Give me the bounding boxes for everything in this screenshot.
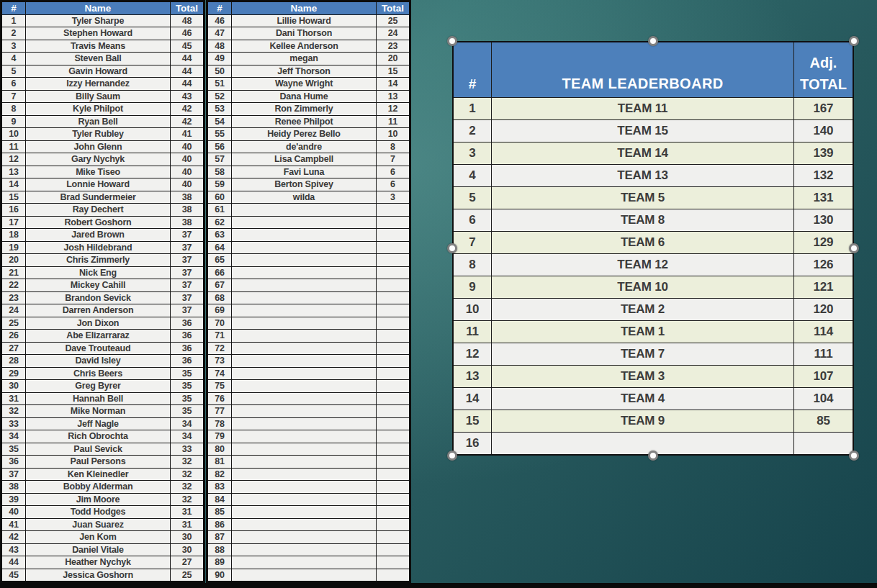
cell-name[interactable]: Stephen Howard [26, 27, 171, 40]
cell-name[interactable]: Abe Elizarraraz [26, 330, 171, 343]
cell-total[interactable] [377, 543, 410, 556]
cell-name[interactable]: Ron Zimmerly [232, 103, 377, 116]
cell-name[interactable]: Favi Luna [232, 166, 377, 178]
cell-rank[interactable]: 44 [1, 556, 26, 569]
selection-handle-bottom-left[interactable] [447, 451, 457, 461]
cell-name[interactable]: Josh Hildebrand [26, 241, 171, 254]
cell-rank[interactable]: 46 [207, 14, 232, 27]
cell-rank[interactable]: 21 [1, 266, 26, 279]
cell-name[interactable]: Ken Kleinedler [26, 468, 171, 481]
team-row[interactable]: 6TEAM 8130 [454, 209, 853, 231]
cell-rank[interactable]: 67 [207, 279, 232, 292]
cell-total[interactable]: 42 [171, 115, 204, 128]
cell-name[interactable]: Jim Moore [26, 493, 171, 506]
cell-rank[interactable]: 31 [1, 392, 26, 405]
cell-name[interactable]: Kellee Anderson [232, 40, 377, 53]
cell-total[interactable]: 37 [171, 254, 204, 267]
team-row[interactable]: 11TEAM 1114 [454, 320, 853, 343]
cell-total[interactable]: 27 [171, 556, 204, 569]
cell-rank[interactable]: 14 [1, 178, 26, 191]
cell-rank[interactable]: 50 [207, 65, 232, 78]
cell-total[interactable]: 6 [377, 178, 410, 191]
cell-rank[interactable]: 68 [207, 291, 232, 304]
rank-column-header[interactable]: # [207, 1, 232, 15]
team-row[interactable]: 7TEAM 6129 [454, 231, 853, 253]
cell-name[interactable]: Heidy Perez Bello [232, 128, 377, 141]
cell-name[interactable]: Brandon Sevick [26, 291, 171, 304]
cell-rank[interactable]: 34 [1, 430, 26, 443]
cell-total[interactable] [377, 569, 410, 582]
cell-rank[interactable]: 6 [1, 78, 26, 91]
cell-name[interactable]: wilda [232, 191, 377, 204]
selection-handle-bottom-right[interactable] [849, 451, 859, 461]
cell-total[interactable]: 31 [171, 506, 204, 519]
cell-rank[interactable]: 45 [1, 569, 26, 582]
cell-name[interactable]: Dave Trouteaud [26, 342, 171, 355]
cell-rank[interactable]: 36 [1, 456, 26, 469]
cell-total[interactable]: 48 [171, 14, 204, 27]
cell-name[interactable]: Berton Spivey [232, 178, 377, 191]
cell-name[interactable] [232, 304, 377, 317]
cell-name[interactable] [232, 569, 377, 582]
cell-name[interactable]: Mike Tiseo [26, 166, 171, 178]
team-row[interactable]: 2TEAM 15140 [454, 119, 853, 142]
cell-rank[interactable]: 43 [1, 543, 26, 556]
cell-total[interactable] [377, 556, 410, 569]
cell-name[interactable]: Brad Sundermeier [26, 191, 171, 204]
team-row[interactable]: 12TEAM 7111 [454, 343, 853, 365]
cell-name[interactable]: Lonnie Howard [26, 178, 171, 191]
cell-rank[interactable]: 69 [207, 304, 232, 317]
cell-rank[interactable]: 48 [207, 40, 232, 53]
cell-name[interactable] [232, 342, 377, 355]
cell-total[interactable]: 31 [171, 518, 204, 531]
cell-name[interactable] [232, 266, 377, 279]
team-row[interactable]: 1TEAM 11167 [454, 97, 853, 119]
cell-total[interactable] [377, 481, 410, 494]
cell-name[interactable]: David Isley [26, 355, 171, 368]
cell-rank[interactable]: 77 [207, 405, 232, 418]
cell-rank[interactable]: 13 [1, 166, 26, 178]
cell-name[interactable]: Darren Anderson [26, 304, 171, 317]
cell-total[interactable] [377, 204, 410, 217]
cell-total[interactable]: 37 [171, 304, 204, 317]
cell-total[interactable]: 37 [171, 241, 204, 254]
cell-rank[interactable]: 1 [1, 14, 26, 27]
cell-total[interactable]: 20 [377, 53, 410, 65]
cell-rank[interactable]: 83 [207, 481, 232, 494]
cell-total[interactable]: 24 [377, 27, 410, 40]
cell-total[interactable]: 45 [171, 40, 204, 53]
cell-name[interactable]: Heather Nychyk [26, 556, 171, 569]
cell-name[interactable]: Jessica Goshorn [26, 569, 171, 582]
selection-handle-top-left[interactable] [447, 36, 457, 46]
cell-total[interactable]: 37 [171, 279, 204, 292]
cell-rank[interactable]: 62 [207, 216, 232, 229]
cell-rank[interactable]: 58 [207, 166, 232, 178]
cell-name[interactable] [232, 380, 377, 393]
selection-handle-middle-right[interactable] [849, 243, 859, 253]
cell-rank[interactable]: 11 [1, 140, 26, 153]
cell-name[interactable]: Rich Obrochta [26, 430, 171, 443]
cell-total[interactable]: 36 [171, 355, 204, 368]
cell-total[interactable]: 35 [171, 367, 204, 380]
cell-total[interactable]: 32 [171, 481, 204, 494]
cell-total[interactable]: 41 [171, 128, 204, 141]
cell-rank[interactable]: 28 [1, 355, 26, 368]
cell-name[interactable] [232, 417, 377, 430]
cell-name[interactable]: Tyler Sharpe [26, 14, 171, 27]
cell-total[interactable]: 11 [377, 115, 410, 128]
cell-rank[interactable]: 76 [207, 392, 232, 405]
cell-total[interactable] [377, 493, 410, 506]
cell-rank[interactable]: 9 [1, 115, 26, 128]
cell-rank[interactable]: 78 [207, 417, 232, 430]
team-row[interactable]: 9TEAM 10121 [454, 276, 853, 298]
cell-total[interactable] [377, 456, 410, 469]
cell-rank[interactable]: 24 [1, 304, 26, 317]
cell-name[interactable]: Tyler Rubley [26, 128, 171, 141]
cell-name[interactable]: Steven Ball [26, 53, 171, 65]
cell-total[interactable]: 7 [377, 153, 410, 166]
cell-rank[interactable]: 27 [1, 342, 26, 355]
cell-name[interactable]: Mickey Cahill [26, 279, 171, 292]
cell-name[interactable]: Chris Beers [26, 367, 171, 380]
cell-name[interactable] [232, 291, 377, 304]
cell-total[interactable]: 37 [171, 266, 204, 279]
